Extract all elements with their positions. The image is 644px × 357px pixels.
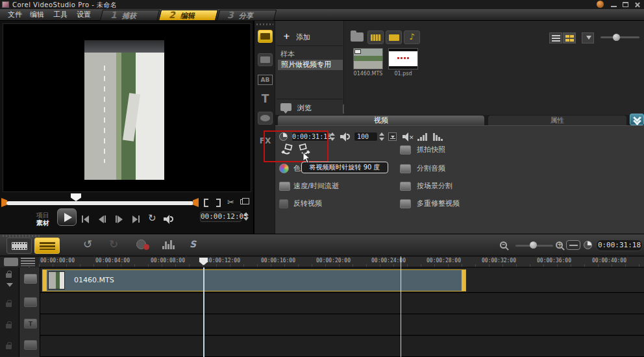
thumb-size-slider[interactable] <box>601 36 639 38</box>
add-gallery-label[interactable]: 添加 <box>296 32 310 42</box>
play-button[interactable] <box>57 208 77 226</box>
mute-icon[interactable]: ✕ <box>402 132 412 141</box>
title-track-icon[interactable]: T <box>24 319 37 328</box>
subtitle-category-icon[interactable]: AB <box>258 75 273 85</box>
overlay-track-row[interactable] <box>40 293 644 314</box>
media-category-icon[interactable] <box>258 30 273 43</box>
messages-icon[interactable] <box>597 1 604 8</box>
color-correction-icon[interactable] <box>279 164 289 173</box>
timeline-timecode[interactable]: 0:00:31:18 <box>596 240 643 251</box>
timeline-view-button[interactable] <box>34 238 60 254</box>
fade-out-icon[interactable] <box>433 132 443 141</box>
clip-volume-field[interactable]: 100 <box>354 132 378 142</box>
playhead-line[interactable] <box>203 267 204 357</box>
sound-mixer-icon[interactable] <box>162 240 175 249</box>
clip-mode-label[interactable]: 素材 <box>36 219 49 228</box>
import-folder-icon[interactable] <box>351 32 364 42</box>
menu-edit[interactable]: 编辑 <box>27 10 47 20</box>
split-audio-label[interactable]: 分割音频 <box>417 164 445 174</box>
snapshot-label[interactable]: 抓拍快照 <box>417 145 445 155</box>
gallery-item-selected[interactable]: 照片做视频专用 <box>278 60 343 70</box>
multi-trim-icon[interactable] <box>400 199 411 208</box>
redo-button[interactable]: ↻ <box>109 238 118 251</box>
enlarge-preview-icon[interactable] <box>240 199 246 204</box>
preview-volume-icon[interactable] <box>164 215 173 223</box>
speed-timelapse-label[interactable]: 速度/时间流逝 <box>293 181 339 191</box>
fade-in-icon[interactable] <box>417 132 427 141</box>
thumbnail-view-button[interactable] <box>563 32 576 43</box>
mark-out-button[interactable] <box>216 199 221 207</box>
zoom-in-icon[interactable]: + <box>556 241 563 249</box>
filter-video-button[interactable] <box>367 31 384 44</box>
title-track-lock-icon[interactable] <box>6 324 12 328</box>
split-clip-icon[interactable]: ✂ <box>227 198 234 206</box>
filter-photo-button[interactable] <box>386 31 402 44</box>
undo-button[interactable]: ↺ <box>83 238 92 251</box>
track-expand-caret[interactable] <box>6 283 13 287</box>
sort-button[interactable] <box>582 32 594 43</box>
preview-timecode[interactable]: 00:00:12:05 <box>200 212 242 222</box>
voice-track-row[interactable] <box>40 336 644 357</box>
browse-label[interactable]: 浏览 <box>297 103 312 113</box>
record-capture-icon[interactable] <box>136 240 149 250</box>
split-by-scene-label[interactable]: 按场景分割 <box>417 181 452 191</box>
transition-category-icon[interactable] <box>258 53 273 66</box>
menu-tools[interactable]: 工具 <box>51 10 70 20</box>
tab-video-options[interactable]: 视频 <box>278 116 484 125</box>
duration-spinner[interactable] <box>330 132 335 141</box>
multi-trim-label[interactable]: 多重修整视频 <box>417 199 460 209</box>
prev-frame-button[interactable] <box>99 215 106 223</box>
title-track-row[interactable] <box>40 315 644 336</box>
reverse-video-icon[interactable] <box>279 199 288 208</box>
list-view-button[interactable] <box>549 32 562 43</box>
snapshot-icon[interactable] <box>400 145 411 154</box>
zoom-out-icon[interactable]: – <box>500 241 507 249</box>
repeat-icon[interactable]: ↻ <box>148 214 156 223</box>
video-track-icon[interactable] <box>24 274 37 284</box>
mark-in-button[interactable] <box>204 199 208 207</box>
video-track-lock-icon[interactable] <box>6 273 12 278</box>
go-end-button[interactable] <box>132 215 140 223</box>
reverse-video-label[interactable]: 反转视频 <box>293 199 322 209</box>
next-frame-button[interactable] <box>116 215 123 223</box>
volume-popup-button[interactable] <box>388 132 397 141</box>
filter-audio-button[interactable]: ♪ <box>404 31 420 44</box>
timeline-ruler[interactable]: 00:00:00:00 00:00:04:00 00:00:08:00 00:0… <box>39 256 644 267</box>
tab-capture-label[interactable]: 1捕获 <box>110 10 136 21</box>
voice-track-icon[interactable] <box>24 340 37 350</box>
ripple-edit-icon[interactable]: S <box>190 239 203 249</box>
timeline-clip[interactable]: 01460.MTS <box>42 269 466 291</box>
overlay-track-icon[interactable] <box>24 297 37 307</box>
media-thumb-psd[interactable] <box>388 48 418 69</box>
restore-button[interactable] <box>623 2 628 7</box>
expand-options-button[interactable] <box>630 114 644 125</box>
minimize-button[interactable] <box>611 6 617 7</box>
overlay-track-lock-icon[interactable] <box>6 302 12 307</box>
title-category-icon[interactable]: T <box>258 92 273 105</box>
show-tracks-icon[interactable] <box>21 258 35 266</box>
fit-project-button[interactable] <box>566 240 580 250</box>
add-icon[interactable]: + <box>283 31 290 41</box>
split-audio-icon[interactable] <box>400 164 411 173</box>
go-start-button[interactable] <box>82 215 89 223</box>
clip-right-trim-handle[interactable] <box>462 270 465 291</box>
speed-timelapse-icon[interactable] <box>279 182 290 191</box>
tab-edit-label[interactable]: 2编辑 <box>169 10 195 21</box>
storyboard-view-button[interactable] <box>6 238 32 254</box>
menu-file[interactable]: 文件 <box>5 10 25 20</box>
browse-icon[interactable] <box>280 103 291 111</box>
gallery-item-sample[interactable]: 样本 <box>280 49 295 59</box>
preview-timecode-spinner[interactable] <box>243 212 249 221</box>
split-by-scene-icon[interactable] <box>400 182 411 191</box>
thumb-size-knob[interactable] <box>613 34 620 41</box>
preview-trackbar[interactable] <box>6 201 193 205</box>
media-thumb-video[interactable] <box>353 48 383 69</box>
voice-track-lock-icon[interactable] <box>6 345 12 349</box>
menu-settings[interactable]: 设置 <box>74 10 93 20</box>
track-manager-icon[interactable] <box>4 258 18 266</box>
close-button[interactable] <box>634 2 641 8</box>
tab-attribute-options[interactable]: 属性 <box>488 116 626 125</box>
graphics-category-icon[interactable] <box>258 112 273 125</box>
clip-left-trim-handle[interactable] <box>43 270 47 291</box>
tab-share-label[interactable]: 3分享 <box>227 10 253 21</box>
